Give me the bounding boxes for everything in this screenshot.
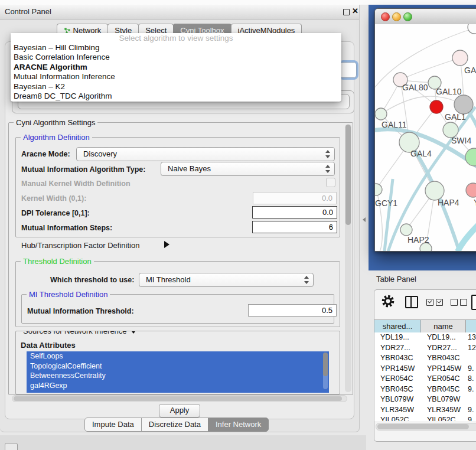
network-canvas[interactable]: GAL GAL80 GAL10 GAL1 GAL11 SWI4 GAL4 GCY… — [375, 24, 476, 251]
mi-threshold-input[interactable] — [248, 304, 337, 317]
dropdown-option[interactable]: Mutual Information Inference — [11, 72, 341, 81]
hub-definition-label: Hub/Transcription Factor Definition — [21, 241, 139, 250]
node-label: GAL11 — [382, 120, 407, 129]
control-panel-title: Control Panel — [5, 7, 51, 16]
kernel-width-label: Kernel Width (0,1): — [21, 194, 86, 203]
dpi-tolerance-input[interactable] — [252, 206, 337, 219]
which-threshold-combobox[interactable]: MI Threshold — [139, 273, 314, 287]
settings-scrollbar[interactable] — [345, 124, 351, 392]
node-label: HAP4 — [438, 198, 459, 207]
table-hscrollbar[interactable] — [376, 423, 476, 431]
table-hscrollbar-thumb[interactable] — [377, 424, 469, 429]
node-gal1-selected[interactable] — [430, 100, 443, 113]
dropdown-option[interactable]: Bayesian – K2 — [11, 82, 341, 92]
node-label: HAP2 — [407, 235, 429, 244]
minimize-traffic-light-icon[interactable] — [392, 12, 401, 21]
node-label: GAL10 — [436, 87, 462, 96]
column-header-name[interactable]: name — [421, 319, 466, 333]
algorithm-dropdown: Select algorithm to view settings Bayesi… — [11, 33, 341, 102]
dropdown-option[interactable]: Basic Correlation Inference — [11, 53, 341, 62]
sources-legend: Sources for Network Inference — [23, 331, 127, 335]
manual-kernel-checkbox[interactable] — [326, 178, 335, 187]
settings-scrollbar-thumb[interactable] — [345, 125, 351, 225]
mi-steps-label: Mutual Information Steps: — [21, 224, 112, 232]
node-gcy1[interactable] — [375, 184, 382, 195]
gear-icon[interactable] — [382, 295, 395, 308]
apply-button[interactable]: Apply — [159, 404, 200, 418]
dropdown-option[interactable]: Bayesian – Hill Climbing — [11, 43, 341, 53]
mi-type-combobox[interactable]: Naive Bayes — [161, 162, 335, 176]
tab-discretize-data[interactable]: Discretize Data — [141, 418, 208, 432]
select-all-columns-icon[interactable] — [426, 299, 443, 306]
table-body: YDL19...YDL19...13 YDR27...YDR27...12 YB… — [374, 332, 476, 421]
node-label: GCY1 — [375, 198, 397, 208]
node-partial-top[interactable] — [468, 24, 476, 34]
aracne-mode-label: Aracne Mode: — [21, 150, 70, 158]
sources-group: Sources for Network Inference Data Attri… — [15, 331, 340, 394]
sources-collapse-icon[interactable] — [130, 331, 137, 334]
table-panel-window: shared... name YDL19...YDL19...13 YDR27.… — [374, 289, 476, 442]
mi-threshold-legend: MI Threshold Definition — [27, 290, 110, 299]
attribute-item[interactable]: gal4RGexp — [27, 381, 329, 391]
kernel-width-input[interactable] — [253, 192, 337, 204]
node-gray[interactable] — [454, 95, 473, 114]
node-label: GAL1 — [445, 112, 466, 122]
mi-steps-input[interactable] — [252, 221, 337, 233]
combo-stepper-icon — [325, 165, 330, 173]
which-threshold-value: MI Threshold — [146, 275, 191, 284]
close-traffic-light-icon[interactable] — [381, 12, 390, 21]
data-attributes-list[interactable]: SelfLoops TopologicalCoefficient Between… — [27, 351, 329, 393]
aracne-mode-value: Discovery — [83, 149, 117, 158]
node-label: GAL — [464, 66, 476, 75]
list-scrollbar-thumb[interactable] — [323, 353, 328, 376]
sources-legend-wrap: Sources for Network Inference — [21, 331, 139, 335]
node-hap2[interactable] — [400, 224, 412, 236]
mi-threshold-label: Mutual Information Threshold: — [27, 307, 134, 315]
network-window: GAL GAL80 GAL10 GAL1 GAL11 SWI4 GAL4 GCY… — [374, 8, 476, 252]
settings-hscrollbar[interactable] — [12, 395, 347, 402]
node-label: GAL80 — [402, 83, 428, 92]
bottom-tab-group: Impute Data Discretize Data Infer Networ… — [85, 418, 269, 432]
splitter-handle[interactable] — [363, 217, 366, 222]
split-columns-icon[interactable] — [405, 296, 418, 308]
float-window-icon[interactable] — [343, 9, 350, 15]
zoom-traffic-light-icon[interactable] — [403, 12, 412, 21]
node-bright-green[interactable] — [465, 148, 476, 166]
threshold-definition-legend: Threshold Definition — [21, 257, 94, 266]
column-header-shared-name[interactable]: shared... — [374, 319, 421, 333]
tab-infer-network[interactable]: Infer Network — [208, 418, 269, 432]
export-table-icon[interactable] — [471, 295, 476, 310]
dropdown-option-highlighted[interactable]: ARACNE Algorithm — [11, 63, 341, 72]
algorithm-definition-legend: Algorithm Definition — [21, 133, 92, 142]
combo-stepper-icon — [325, 150, 330, 158]
node-gal11[interactable] — [375, 108, 387, 120]
attribute-item[interactable]: BetweennessCentrality — [27, 371, 329, 381]
deselect-all-columns-icon[interactable] — [451, 299, 467, 306]
node-label: SWI4 — [451, 136, 471, 145]
algorithm-dropdown-placeholder: Select algorithm to view settings — [11, 33, 341, 43]
hidden-combo-focus-ring — [340, 62, 357, 78]
data-attributes-label: Data Attributes — [21, 341, 76, 350]
hub-expander-icon[interactable] — [164, 241, 169, 248]
attribute-item[interactable]: TopologicalCoefficient — [27, 361, 329, 371]
column-header-partial[interactable] — [466, 319, 476, 333]
control-panel-titlebar: Control Panel ✕ — [0, 5, 359, 19]
node-label: GAL4 — [410, 149, 432, 158]
collapsed-panel-icon[interactable] — [5, 443, 18, 450]
settings-hscrollbar-thumb[interactable] — [14, 396, 342, 401]
close-icon[interactable]: ✕ — [352, 6, 358, 15]
attribute-item[interactable]: SelfLoops — [27, 351, 329, 361]
tab-impute-data[interactable]: Impute Data — [84, 418, 142, 432]
manual-kernel-label: Manual Kernel Width Definition — [21, 180, 131, 188]
aracne-mode-combobox[interactable]: Discovery — [76, 147, 335, 161]
application-root: Control Panel ✕ Network Style Select Cyn… — [0, 0, 476, 450]
cyni-algorithm-settings-legend: Cyni Algorithm Settings — [14, 118, 97, 127]
dropdown-option[interactable]: Dream8 DC_TDC Algorithm — [11, 92, 341, 101]
list-scrollbar[interactable] — [323, 353, 328, 389]
node-salmon[interactable] — [466, 183, 476, 197]
network-window-titlebar — [375, 9, 476, 25]
mi-type-value: Naive Bayes — [168, 164, 211, 173]
node-gal[interactable] — [452, 50, 468, 66]
table-panel-title: Table Panel — [376, 275, 416, 283]
combo-stepper-icon — [304, 276, 309, 284]
